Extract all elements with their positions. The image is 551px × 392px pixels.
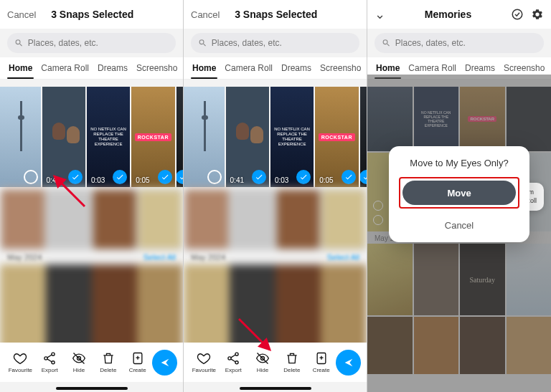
tab-home[interactable]: Home (188, 57, 220, 79)
home-indicator (56, 387, 128, 390)
tab-screenshots[interactable]: Screensho (132, 57, 182, 79)
month-header-row: May 2024 Select All (184, 250, 367, 264)
tab-dreams[interactable]: Dreams (93, 57, 132, 79)
dot-icon (373, 215, 383, 225)
delete-label: Delete (283, 367, 300, 373)
bottom-toolbar: Favourite Export Hide Delete Create (184, 343, 367, 382)
select-all-link[interactable]: Select All (143, 253, 176, 262)
duration-label: 0:03 (91, 176, 105, 184)
month-label: May 2024 (7, 253, 42, 262)
tab-camera-roll[interactable]: Camera Roll (220, 57, 277, 79)
dot-icon (373, 201, 383, 211)
move-dialog: Move to My Eyes Only? Move Cancel (389, 146, 529, 242)
duration-label: 0:41 (47, 176, 60, 184)
tab-screenshots[interactable]: Screensho (316, 57, 365, 79)
thumb-people[interactable]: 0:41 (42, 87, 85, 187)
thumbnail-row: 0:41 NO NETFLIX CAN REPLACE THE THEATRE … (0, 87, 183, 187)
search-icon (198, 38, 207, 48)
tabs-bar: Home Camera Roll Dreams Screensho (0, 57, 183, 80)
search-icon (382, 38, 391, 48)
selection-ring (207, 170, 222, 184)
search-bar[interactable] (7, 33, 176, 53)
thumb-monday[interactable] (360, 87, 367, 187)
hide-label: Hide (73, 367, 85, 373)
hide-button[interactable]: Hide (248, 351, 278, 373)
dialog-title: Move to My Eyes Only? (399, 158, 519, 168)
blurred-content (0, 188, 183, 250)
check-icon (342, 170, 356, 184)
thumb-text: NO NETFLIX CAN REPLACE THE THEATRE EXPER… (270, 124, 314, 150)
move-button[interactable]: Move (402, 181, 516, 205)
search-bar[interactable] (191, 33, 359, 53)
month-label: May 2024 (191, 253, 225, 262)
duration-label: 0:41 (230, 176, 244, 184)
thumb-tower[interactable] (184, 87, 225, 187)
selection-ring (24, 170, 38, 184)
send-button[interactable] (152, 350, 177, 376)
check-icon (68, 170, 83, 184)
hide-button[interactable]: Hide (65, 351, 94, 373)
pane-selection-2: Cancel 3 Snaps Selected Home Camera Roll… (184, 0, 367, 392)
thumb-tag: ROCKSTAR (135, 133, 171, 141)
check-icon (360, 170, 367, 184)
favourite-button[interactable]: Favourite (189, 351, 219, 373)
thumb-theatre[interactable]: NO NETFLIX CAN REPLACE THE THEATRE EXPER… (270, 87, 314, 187)
annotation-highlight: Move (399, 177, 519, 209)
check-icon (158, 170, 172, 184)
export-button[interactable]: Export (35, 351, 65, 373)
tab-camera-roll[interactable]: Camera Roll (37, 57, 93, 79)
export-label: Export (225, 367, 242, 373)
cancel-button[interactable]: Cancel (7, 9, 36, 20)
check-icon (296, 170, 311, 184)
check-icon (252, 170, 266, 184)
delete-button[interactable]: Delete (93, 351, 123, 373)
send-button[interactable] (336, 350, 361, 376)
svg-line-5 (47, 359, 52, 362)
check-icon (113, 170, 127, 184)
header-title: 3 Snaps Selected (220, 9, 332, 20)
export-button[interactable]: Export (219, 351, 248, 373)
create-label: Create (129, 367, 146, 373)
svg-line-16 (231, 359, 236, 362)
option-dots (373, 201, 383, 225)
delete-label: Delete (100, 367, 116, 373)
header: Cancel 3 Snaps Selected (0, 0, 183, 29)
delete-button[interactable]: Delete (277, 351, 306, 373)
cancel-button[interactable]: Cancel (191, 9, 220, 20)
header: ⌄ Memories (367, 0, 551, 29)
thumb-people[interactable]: 0:41 (226, 87, 269, 187)
home-indicator (240, 387, 311, 390)
thumb-rockstar[interactable]: ROCKSTAR 0:05 (131, 87, 174, 187)
favourite-label: Favourite (192, 367, 216, 373)
hide-label: Hide (257, 367, 268, 373)
create-button[interactable]: Create (123, 351, 152, 373)
search-bar[interactable] (375, 33, 544, 53)
settings-icon[interactable] (531, 8, 544, 21)
check-icon (176, 170, 183, 184)
select-all-link[interactable]: Select All (327, 253, 359, 262)
svg-line-4 (47, 355, 52, 358)
svg-line-15 (231, 355, 236, 358)
export-label: Export (42, 367, 58, 373)
duration-label: 0:05 (136, 176, 149, 184)
svg-point-22 (512, 9, 522, 19)
dialog-cancel-button[interactable]: Cancel (399, 216, 519, 235)
thumb-rockstar[interactable]: ROCKSTAR 0:05 (315, 87, 358, 187)
search-icon (14, 38, 24, 48)
search-input[interactable] (395, 38, 537, 48)
thumb-tower[interactable] (0, 87, 41, 187)
thumb-monday[interactable] (176, 87, 183, 187)
thumb-theatre[interactable]: NO NETFLIX CAN REPLACE THE THEATRE EXPER… (87, 87, 130, 187)
create-label: Create (313, 367, 330, 373)
pane-memories: ⌄ Memories Home Camera Roll Dreams Scree… (367, 0, 551, 392)
thumb-tag: ROCKSTAR (319, 133, 355, 141)
favourite-button[interactable]: Favourite (6, 351, 35, 373)
header-title: 3 Snaps Selected (36, 9, 149, 20)
chevron-down-icon[interactable]: ⌄ (375, 6, 385, 22)
tab-home[interactable]: Home (4, 57, 37, 79)
select-mode-icon[interactable] (511, 8, 524, 21)
create-button[interactable]: Create (306, 351, 336, 373)
tab-dreams[interactable]: Dreams (277, 57, 316, 79)
search-input[interactable] (28, 38, 169, 48)
search-input[interactable] (212, 38, 352, 48)
